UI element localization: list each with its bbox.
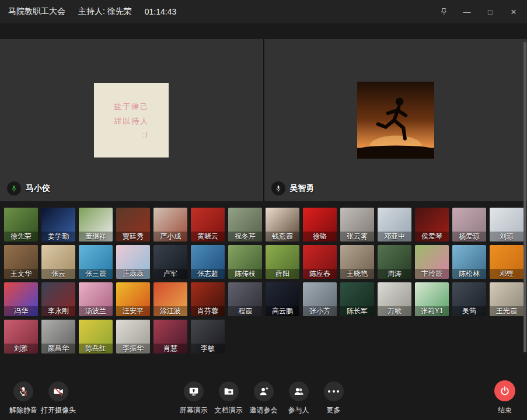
participant-thumbnail[interactable]: 刘琼 (490, 208, 523, 242)
participant-thumbnail[interactable]: 陈长军 (340, 282, 374, 316)
participant-thumbnail[interactable]: 万敏 (378, 282, 411, 316)
participant-thumbnail[interactable]: 李敏 (191, 320, 225, 354)
participant-name: 严小成 (153, 232, 187, 242)
participant-thumbnail[interactable]: 程霞 (228, 282, 262, 316)
participant-thumbnail[interactable]: 祝冬芹 (228, 208, 262, 242)
participant-thumbnail[interactable]: 周涛 (378, 245, 411, 279)
participant-name: 卢军 (153, 269, 187, 279)
camera-label: 打开摄像头 (41, 405, 76, 415)
speaker2-video-content (357, 82, 434, 159)
participant-name: 陈长军 (340, 306, 374, 316)
participant-name: 王文华 (4, 269, 38, 279)
participant-thumbnail[interactable]: 张三霞 (79, 245, 113, 279)
participant-name: 薛阳 (266, 269, 299, 279)
participant-name: 高云鹏 (266, 306, 299, 316)
participant-thumbnail[interactable]: 吴筠 (452, 282, 486, 316)
meeting-window: 马院教职工大会 主持人: 徐先荣 01:14:43 — □ ✕ 盐于律己 甜以待… (0, 0, 527, 420)
participant-thumbnail[interactable]: 侯爱琴 (415, 208, 449, 242)
participant-thumbnail[interactable]: 陈松林 (452, 245, 486, 279)
participant-thumbnail[interactable]: 张小芳 (303, 282, 337, 316)
meeting-timer: 01:14:43 (145, 7, 177, 16)
participant-name: 徐先荣 (4, 232, 38, 242)
participant-thumbnail[interactable]: 陈应春 (303, 245, 337, 279)
participant-thumbnail[interactable]: 徐先荣 (4, 208, 38, 242)
participant-thumbnail[interactable]: 张云 (41, 245, 75, 279)
participant-thumbnail[interactable]: 李永刚 (41, 282, 75, 316)
participant-thumbnail[interactable]: 张云雾 (340, 208, 374, 242)
participant-name: 张小芳 (303, 306, 337, 316)
speaker1-nameplate: 马小佼 (7, 181, 50, 195)
participant-name: 卞玲霞 (415, 269, 449, 279)
participant-name: 黄晓云 (191, 232, 225, 242)
close-button[interactable]: ✕ (508, 6, 519, 17)
participant-name: 李永刚 (41, 306, 75, 316)
doc-share-button[interactable]: 文档演示 (214, 382, 244, 415)
speaker-tile-1[interactable]: 盐于律己 甜以待人 :) 马小佼 (0, 39, 263, 201)
participant-name: 刘琼 (490, 232, 523, 242)
more-button[interactable]: 更多 (319, 382, 349, 415)
speaker-video-area: 盐于律己 甜以待人 :) 马小佼 (0, 39, 527, 201)
participant-name: 陈应春 (303, 269, 337, 279)
screen-share-button[interactable]: 屏幕演示 (179, 382, 209, 415)
participant-thumbnail[interactable]: 汪安平 (116, 282, 150, 316)
more-dots-icon (324, 382, 344, 401)
participant-thumbnail[interactable]: 杨爱琼 (452, 208, 486, 242)
mic-icon (271, 181, 285, 195)
speaker-tile-2[interactable]: 吴智勇 (264, 39, 527, 201)
participant-name: 肖慧 (153, 344, 187, 354)
participant-thumbnail[interactable]: 钱燕霞 (266, 208, 299, 242)
participant-name: 李敏 (191, 344, 225, 354)
unmute-button[interactable]: 解除静音 (9, 382, 37, 415)
participant-thumbnail[interactable]: 庄蕊蕊 (116, 245, 150, 279)
participant-thumbnail[interactable]: 邓亚中 (378, 208, 411, 242)
participant-thumbnail[interactable]: 严小成 (153, 208, 187, 242)
participant-thumbnail[interactable]: 张志超 (191, 245, 225, 279)
participant-name: 陈岳红 (79, 344, 113, 354)
participant-thumbnail[interactable]: 张莉Y1 (415, 282, 449, 316)
participant-thumbnail[interactable]: 肖慧 (153, 320, 187, 354)
participant-thumbnail[interactable]: 肖芬蓉 (191, 282, 225, 316)
pin-icon[interactable] (438, 6, 449, 17)
participant-thumbnail[interactable]: 贾廷秀 (116, 208, 150, 242)
participants-icon (289, 382, 309, 401)
end-meeting-button[interactable]: 结束 (494, 380, 515, 415)
participant-thumbnail[interactable]: 李振华 (116, 320, 150, 354)
participant-name: 张志超 (191, 269, 225, 279)
participant-thumbnail[interactable]: 卞玲霞 (415, 245, 449, 279)
participant-name: 涂江波 (153, 306, 187, 316)
participant-thumbnail[interactable]: 陈传枝 (228, 245, 262, 279)
participant-thumbnail[interactable]: 陈岳红 (79, 320, 113, 354)
participant-thumbnail[interactable]: 涂江波 (153, 282, 187, 316)
participant-thumbnail[interactable]: 冯华 (4, 282, 38, 316)
participants-label: 参与人 (288, 405, 309, 415)
participant-thumbnail[interactable]: 董继祥 (79, 208, 113, 242)
participant-thumbnail[interactable]: 王文华 (4, 245, 38, 279)
maximize-button[interactable]: □ (485, 6, 495, 17)
participant-thumbnail[interactable]: 薛阳 (266, 245, 299, 279)
participant-thumbnail[interactable]: 姜学勤 (41, 208, 75, 242)
invite-button[interactable]: 邀请参会 (249, 382, 279, 415)
participant-thumbnail[interactable]: 汤波兰 (79, 282, 113, 316)
participant-thumbnail[interactable]: 卢军 (153, 245, 187, 279)
participant-name: 肖芬蓉 (191, 306, 225, 316)
participant-thumbnail[interactable]: 徐骆 (303, 208, 337, 242)
participant-thumbnail[interactable]: 高云鹏 (266, 282, 299, 316)
participant-thumbnail[interactable]: 王晓艳 (340, 245, 374, 279)
unmute-label: 解除静音 (9, 405, 37, 415)
participant-thumbnail[interactable]: 颜昌华 (41, 320, 75, 354)
participant-thumbnail[interactable]: 黄晓云 (191, 208, 225, 242)
participant-name: 陈传枝 (228, 269, 262, 279)
participants-button[interactable]: 参与人 (284, 382, 314, 415)
participant-name: 冯华 (4, 306, 38, 316)
participant-thumbnail[interactable]: 刘雅 (4, 320, 38, 354)
invite-person-icon (254, 382, 274, 401)
participant-thumbnail[interactable]: 邓铿 (490, 245, 523, 279)
vertical-scrollbar[interactable] (523, 42, 526, 352)
runner-sunset-image (357, 82, 434, 159)
participant-name: 钱燕霞 (266, 232, 299, 242)
participant-name: 庄蕊蕊 (116, 269, 150, 279)
camera-on-button[interactable]: 打开摄像头 (41, 382, 76, 415)
participant-thumbnail[interactable]: 王光霞 (490, 282, 523, 316)
participant-name: 张莉Y1 (415, 306, 449, 316)
minimize-button[interactable]: — (462, 6, 472, 17)
